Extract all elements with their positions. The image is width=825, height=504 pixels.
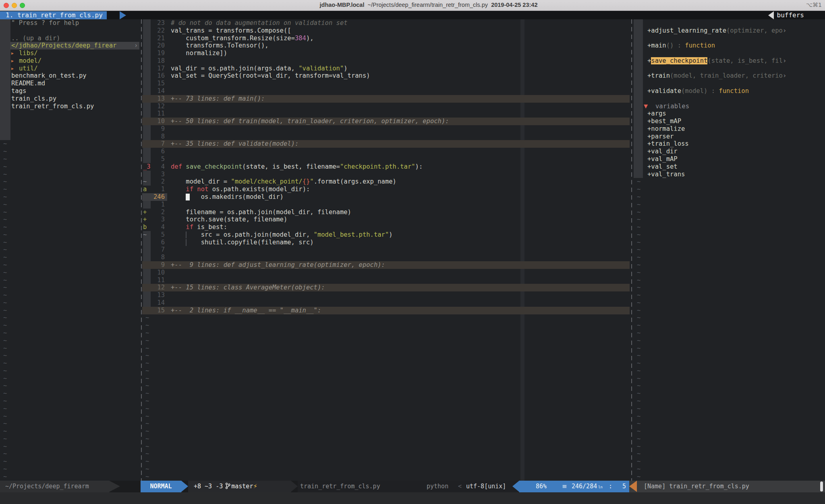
buffer-tab[interactable]: 1. train_retr_from_cls.py — [0, 11, 107, 19]
code-line[interactable]: 23# do not do data augmentation on valid… — [142, 19, 630, 27]
empty-line-tilde: ~ — [3, 382, 7, 390]
tree-item-train_cls.py[interactable]: train_cls.py — [0, 95, 141, 103]
empty-line-tilde: ~ — [637, 473, 641, 481]
code-line[interactable]: 7 — [142, 246, 630, 254]
tree-item-README.md[interactable]: README.md — [0, 80, 141, 87]
code-line[interactable]: 2+ filename = os.path.join(model_dir, fi… — [142, 209, 630, 216]
truncation-arrow-icon: › — [783, 57, 786, 64]
window-separator-left[interactable] — [141, 19, 142, 481]
fold-line[interactable]: 9+-- 9 lines: def adjust_learning_rate(o… — [142, 261, 630, 269]
tagbar-section-variables[interactable]: ▼variables — [634, 103, 825, 110]
empty-line-tilde: ~ — [3, 231, 7, 239]
line-number: 10 — [146, 118, 165, 125]
line-number: 9 — [146, 125, 165, 133]
code-token: (state, is_best, filename= — [242, 163, 340, 170]
buffers-label-wrap[interactable]: buffers — [777, 11, 804, 19]
fold-line[interactable]: 7+-- 35 lines: def validate(model): — [142, 140, 630, 148]
empty-line-tilde: ~ — [145, 345, 149, 352]
code-line[interactable]: 8 — [142, 254, 630, 261]
scrollbar-thumb[interactable] — [820, 481, 823, 492]
tree-item-root[interactable]: </jdhao/Projects/deep_firear› — [0, 42, 141, 50]
tree-item-tags[interactable]: tags — [0, 87, 141, 95]
tree-item-Pressforhelp[interactable]: " Press ? for help — [0, 19, 141, 27]
code-token: # do not do data augmentation on validat… — [171, 19, 348, 27]
gutter-sign: a — [143, 186, 151, 193]
code-line[interactable]: 14 — [142, 87, 630, 95]
tree-item-util[interactable]: ▸util/ — [0, 65, 141, 72]
code-line[interactable]: 6 — [142, 148, 630, 155]
code-line[interactable]: 10 — [142, 269, 630, 277]
tag-name: +val_mAP — [647, 155, 678, 163]
editor-panel[interactable]: 23# do not do data augmentation on valid… — [142, 19, 630, 481]
line-number: 12 — [146, 103, 165, 110]
code-line[interactable]: 11 — [142, 110, 630, 118]
fold-line[interactable]: 13+-- 73 lines: def main(): — [142, 95, 630, 103]
fold-line[interactable]: 15+-- 2 lines: if __name__ == "__main__"… — [142, 307, 630, 314]
vim-command-line[interactable] — [0, 492, 825, 504]
tagbar-tag[interactable]: +normalize — [634, 125, 825, 133]
tagbar-tag[interactable]: +train_loss — [634, 140, 825, 148]
tree-file-label: train_cls.py — [11, 95, 56, 103]
window-separator-right[interactable] — [631, 19, 632, 481]
code-line[interactable]: 9 — [142, 125, 630, 133]
tree-item-model[interactable]: ▸model/ — [0, 57, 141, 65]
tagbar-tag[interactable]: +val_mAP — [634, 155, 825, 163]
code-token: ): — [415, 163, 423, 170]
code-line[interactable]: 11 — [142, 277, 630, 284]
truncation-arrow-icon: › — [134, 42, 138, 50]
tree-item-..upadir[interactable]: .. (up a dir) — [0, 35, 141, 42]
fold-line[interactable]: 12+-- 15 lines: class AverageMeter(objec… — [142, 284, 630, 291]
empty-line-tilde: ~ — [3, 155, 7, 163]
empty-line-tilde: ~ — [637, 405, 641, 413]
code-line[interactable]: 16val_set = QuerySet(root=val_dir, trans… — [142, 72, 630, 80]
file-tree-panel[interactable]: " Press ? for help.. (up a dir)</jdhao/P… — [0, 19, 141, 481]
tree-item-libs[interactable]: ▸libs/ — [0, 50, 141, 57]
code-line[interactable]: 3 — [142, 171, 630, 178]
fold-line[interactable]: 10+-- 50 lines: def train(model, train_l… — [142, 118, 630, 125]
code-line[interactable]: 8 — [142, 133, 630, 140]
empty-line-tilde: ~ — [3, 261, 7, 269]
tree-item-train_retr_from_cls.py[interactable]: train_retr_from_cls.py — [0, 103, 141, 110]
code-token — [193, 186, 197, 193]
tagbar-tag-text: +args — [647, 110, 666, 118]
code-line[interactable]: 17val_dir = os.path.join(args.data, "val… — [142, 65, 630, 72]
tagbar-panel[interactable]: +adjust_learning_rate(optimizer, epo›+ma… — [634, 19, 825, 481]
tagbar-tag[interactable]: +validate(model) : function — [634, 87, 825, 95]
code-line[interactable]: 12 — [142, 103, 630, 110]
empty-line-tilde: ~ — [637, 443, 641, 450]
code-line[interactable]: 22val_trans = transforms.Compose([ — [142, 27, 630, 35]
code-line[interactable]: 15 — [142, 80, 630, 87]
code-line[interactable]: 6 shutil.copyfile(filename, src) — [142, 239, 630, 246]
code-line[interactable]: 246 os.makedirs(model_dir) — [142, 193, 630, 201]
code-line[interactable]: 2~ model_dir = "model/check_point/{}".fo… — [142, 178, 630, 186]
tagbar-tag[interactable]: +val_dir — [634, 148, 825, 155]
code-line[interactable]: 13 — [142, 291, 630, 299]
tagbar-tag[interactable]: +train(model, train_loader, criterio› — [634, 72, 825, 80]
empty-line-tilde: ~ — [3, 223, 7, 231]
tagbar-tag[interactable]: +parser — [634, 133, 825, 140]
code-line[interactable]: 5 — [142, 155, 630, 163]
tagbar-tag-text: +train_loss — [647, 140, 689, 148]
code-line[interactable]: 5~ src = os.path.join(model_dir, "model_… — [142, 231, 630, 239]
code-line[interactable]: 1 — [142, 201, 630, 209]
code-line[interactable]: 4_3def save_checkpoint(state, is_best, f… — [142, 163, 630, 171]
code-line[interactable]: 4b if is_best: — [142, 223, 630, 231]
tagbar-tag[interactable]: +adjust_learning_rate(optimizer, epo› — [634, 27, 825, 35]
code-line[interactable]: 18 — [142, 57, 630, 65]
code-line[interactable]: 14 — [142, 299, 630, 307]
code-line[interactable]: 20 transforms.ToTensor(), — [142, 42, 630, 50]
tagbar-tag[interactable]: +args — [634, 110, 825, 118]
tagbar-tag[interactable]: +save_checkpoint(state, is_best, fil› — [634, 57, 825, 65]
code-line[interactable]: 19 normalize]) — [142, 50, 630, 57]
tagbar-tag[interactable]: +main() : function — [634, 42, 825, 50]
empty-line-tilde: ~ — [145, 337, 149, 345]
tagbar-tag[interactable]: +val_set — [634, 163, 825, 171]
tagbar-tag[interactable]: +val_trans — [634, 171, 825, 178]
code-token: custom_transform.Resize(size= — [171, 35, 295, 42]
code-line[interactable]: 3+ torch.save(state, filename) — [142, 216, 630, 223]
tree-item-benchmark_on_test.py[interactable]: benchmark_on_test.py — [0, 72, 141, 80]
code-token: torch.save(state, filename) — [171, 216, 287, 223]
code-line[interactable]: 21 custom_transform.Resize(size=384), — [142, 35, 630, 42]
code-line[interactable]: 1a if not os.path.exists(model_dir): — [142, 186, 630, 193]
tagbar-tag[interactable]: +best_mAP — [634, 118, 825, 125]
